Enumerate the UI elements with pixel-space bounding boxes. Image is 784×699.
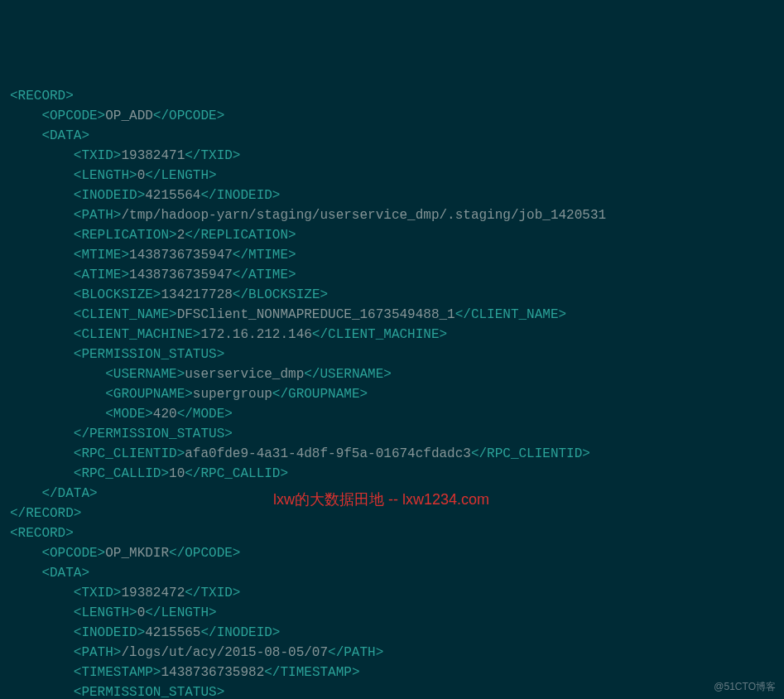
watermark-text: lxw的大数据田地 -- lxw1234.com	[273, 489, 489, 511]
atime-value: 1438736735947	[129, 268, 233, 282]
txid-close-tag: </TXID>	[185, 586, 240, 600]
mode-open-tag: <MODE>	[105, 407, 153, 422]
client-machine-open-tag: <CLIENT_MACHINE>	[74, 327, 201, 342]
inodeid-close-tag: </INODEID>	[200, 625, 280, 640]
record-close-tag: </RECORD>	[10, 506, 81, 521]
corner-attribution: @51CTO博客	[714, 679, 776, 694]
inodeid-value: 4215565	[145, 625, 200, 640]
groupname-value: supergroup	[193, 387, 272, 402]
username-open-tag: <USERNAME>	[105, 367, 185, 382]
data-close-tag: </DATA>	[41, 486, 97, 501]
client-name-value: DFSClient_NONMAPREDUCE_1673549488_1	[177, 307, 455, 322]
rpc-callid-open-tag: <RPC_CALLID>	[74, 466, 169, 481]
blocksize-close-tag: </BLOCKSIZE>	[233, 287, 328, 302]
replication-open-tag: <REPLICATION>	[74, 228, 177, 243]
mode-value: 420	[153, 407, 177, 422]
mode-close-tag: </MODE>	[177, 407, 233, 422]
inodeid-open-tag: <INODEID>	[74, 625, 145, 640]
opcode-close-tag: </OPCODE>	[169, 546, 240, 561]
length-open-tag: <LENGTH>	[74, 168, 137, 183]
path-close-tag: </PATH>	[328, 645, 383, 660]
permission-status-open-tag: <PERMISSION_STATUS>	[74, 685, 224, 699]
groupname-open-tag: <GROUPNAME>	[105, 387, 193, 402]
rpc-callid-close-tag: </RPC_CALLID>	[185, 466, 288, 481]
permission-status-open-tag: <PERMISSION_STATUS>	[74, 347, 224, 362]
rpc-clientid-value: afa0fde9-4a31-4d8f-9f5a-01674cfdadc3	[185, 446, 471, 461]
timestamp-close-tag: </TIMESTAMP>	[264, 665, 359, 680]
txid-value: 19382471	[121, 148, 185, 163]
inodeid-open-tag: <INODEID>	[74, 188, 145, 203]
path-open-tag: <PATH>	[74, 645, 122, 660]
groupname-close-tag: </GROUPNAME>	[272, 387, 368, 402]
blocksize-value: 134217728	[161, 287, 232, 302]
length-open-tag: <LENGTH>	[74, 605, 137, 620]
record-open-tag: <RECORD>	[10, 526, 74, 541]
length-value: 0	[137, 168, 146, 183]
timestamp-open-tag: <TIMESTAMP>	[74, 665, 161, 680]
permission-status-close-tag: </PERMISSION_STATUS>	[74, 427, 233, 441]
client-machine-close-tag: </CLIENT_MACHINE>	[312, 327, 447, 342]
client-machine-value: 172.16.212.146	[200, 327, 311, 342]
rpc-clientid-close-tag: </RPC_CLIENTID>	[471, 446, 590, 461]
path-value: /logs/ut/acy/2015-08-05/07	[121, 645, 328, 660]
mtime-value: 1438736735947	[129, 248, 233, 263]
length-close-tag: </LENGTH>	[145, 168, 216, 183]
replication-value: 2	[177, 228, 185, 243]
mtime-close-tag: </MTIME>	[233, 248, 296, 263]
opcode-value: OP_ADD	[105, 108, 153, 123]
client-name-close-tag: </CLIENT_NAME>	[455, 307, 566, 322]
username-value: userservice_dmp	[185, 367, 304, 382]
replication-close-tag: </REPLICATION>	[185, 228, 296, 243]
rpc-clientid-open-tag: <RPC_CLIENTID>	[74, 446, 185, 461]
txid-value: 19382472	[121, 586, 185, 600]
atime-open-tag: <ATIME>	[74, 268, 129, 282]
atime-close-tag: </ATIME>	[233, 268, 296, 282]
opcode-open-tag: <OPCODE>	[41, 108, 105, 123]
path-open-tag: <PATH>	[74, 208, 122, 223]
blocksize-open-tag: <BLOCKSIZE>	[74, 287, 161, 302]
inodeid-value: 4215564	[145, 188, 200, 203]
opcode-open-tag: <OPCODE>	[41, 546, 105, 561]
record-open-tag: <RECORD>	[10, 89, 74, 104]
length-value: 0	[137, 605, 146, 620]
client-name-open-tag: <CLIENT_NAME>	[74, 307, 177, 322]
username-close-tag: </USERNAME>	[304, 367, 392, 382]
txid-open-tag: <TXID>	[74, 586, 122, 600]
txid-close-tag: </TXID>	[185, 148, 240, 163]
length-close-tag: </LENGTH>	[145, 605, 216, 620]
txid-open-tag: <TXID>	[74, 148, 122, 163]
opcode-close-tag: </OPCODE>	[153, 108, 224, 123]
rpc-callid-value: 10	[169, 466, 185, 481]
path-value: /tmp/hadoop-yarn/staging/userservice_dmp…	[121, 208, 606, 223]
opcode-value: OP_MKDIR	[105, 546, 169, 561]
data-open-tag: <DATA>	[41, 128, 89, 143]
xml-code-block: <RECORD> <OPCODE>OP_ADD</OPCODE> <DATA> …	[10, 86, 774, 699]
timestamp-value: 1438736735982	[161, 665, 264, 680]
mtime-open-tag: <MTIME>	[74, 248, 129, 263]
inodeid-close-tag: </INODEID>	[200, 188, 280, 203]
data-open-tag: <DATA>	[41, 566, 89, 581]
